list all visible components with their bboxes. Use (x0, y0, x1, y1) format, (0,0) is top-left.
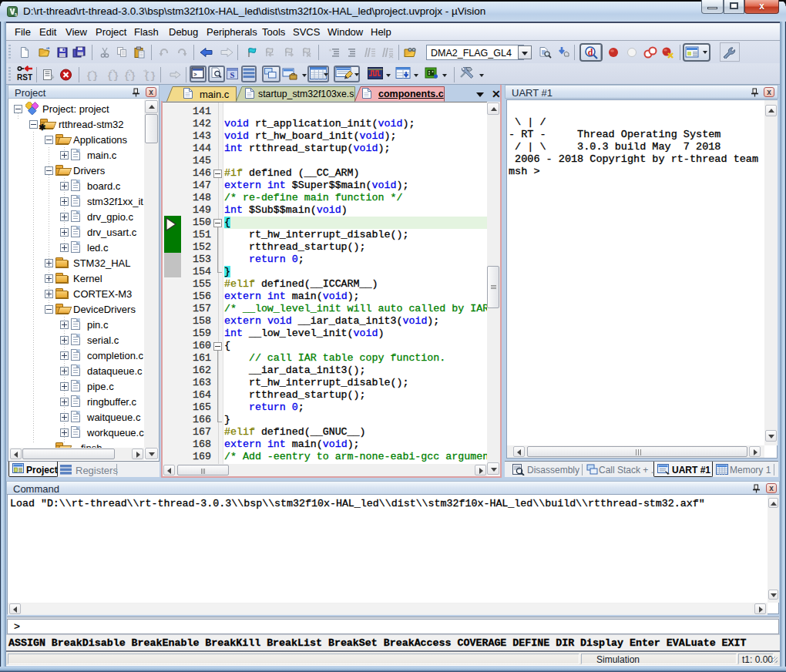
svg-text:}: } (150, 71, 156, 81)
svg-text:}: } (92, 71, 98, 81)
svg-text:}: } (130, 71, 136, 81)
svg-text:S: S (230, 71, 235, 79)
svg-text:d: d (588, 47, 593, 58)
svg-text:{: { (124, 71, 129, 81)
svg-text:5: 5 (15, 12, 18, 17)
svg-text:{: { (107, 71, 113, 81)
svg-text:RST: RST (17, 73, 32, 82)
svg-text:>: > (193, 72, 197, 78)
svg-text:}: } (113, 71, 119, 81)
svg-text:{: { (86, 71, 92, 81)
svg-text:{: { (144, 71, 149, 81)
